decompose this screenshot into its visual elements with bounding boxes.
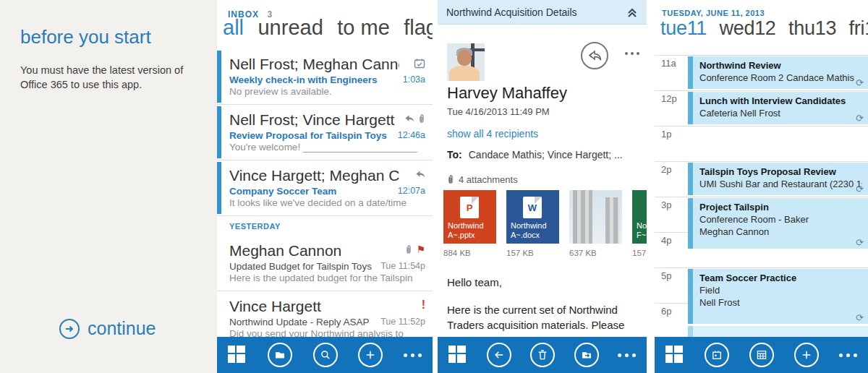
new-mail-button[interactable] [358,343,383,367]
respond-button[interactable] [581,42,608,69]
avatar-face [457,50,472,66]
tab-thu13[interactable]: thu13 [788,17,836,39]
sender-avatar[interactable] [447,43,485,81]
to-recipients: Candace Mathis; Vince Hargett; ... [469,149,623,160]
continue-button[interactable]: continue [59,318,156,339]
page-title: before you start [20,26,151,48]
show-recipients-link[interactable]: show all 4 recipients [447,128,538,140]
email-time: Tue 11:54p [380,261,425,271]
calendar-panel: TUESDAY, JUNE 11, 2013 tue11 wed12 thu13… [655,0,868,373]
event-location: Conference Room - Baker [699,213,862,226]
more-options-button[interactable] [839,349,857,361]
email-preview: You're welcome! _____________________ [229,142,433,153]
meeting-request-icon [414,58,425,69]
continue-label: continue [88,318,156,339]
hour-label: 6p [661,306,671,317]
search-button[interactable] [313,343,338,367]
event-organizer: Nell Frost [699,296,862,309]
start-tiles-icon[interactable] [228,346,247,364]
attachment-tile-xlsx[interactable]: X Northwind F~.xlsx [632,190,647,244]
hour-label: 12p [661,93,677,104]
tab-all[interactable]: all [223,16,244,39]
search-icon [319,348,332,361]
event-location: Conference Room 2 Candace Mathis [699,72,862,84]
app-bar [438,337,647,373]
calendar-event[interactable]: Northwind Review Conference Room 2 Canda… [688,56,868,89]
event-location: Field [699,284,862,296]
email-list-item[interactable]: Nell Frost; Meghan Cannon Weekly check-i… [217,49,433,105]
email-time: 12:07a [398,186,425,196]
tab-unread[interactable]: unread [258,16,323,39]
email-meta: 12:46a [398,113,425,140]
event-title: Northwind Review [699,59,862,72]
email-subject: Northwind Update - Reply ASAP [229,317,395,327]
email-list-item[interactable]: Nell Frost; Vince Hargett Review Proposa… [217,105,433,160]
word-file-icon: W [523,197,542,218]
photo-thumbnail [573,190,592,244]
email-preview: Here is the updated budget for the Tails… [229,273,433,283]
tab-wed12[interactable]: wed12 [720,17,776,39]
tab-flagged[interactable]: flagged [404,16,433,39]
calendar-event[interactable]: Project Tailspin Conference Room - Baker… [688,198,868,249]
email-subject: Review Proposal for Tailspin Toys [229,130,395,141]
email-sender: Vince Hargett [229,297,399,315]
pivot-tabs: all unread to me flagged [223,16,433,48]
tab-to-me[interactable]: to me [337,16,390,39]
calendar-event[interactable]: Tailspin Toys Proposal Review UMI Sushi … [688,163,868,195]
email-list-item[interactable]: Vince Hargett Northwind Update - Reply A… [217,291,433,337]
calendar-event[interactable]: Team Soccer Practice Field Nell Frost ⟳ [688,269,868,324]
email-list: Nell Frost; Meghan Cannon Weekly check-i… [217,49,433,337]
email-sender: Vince Hargett; Meghan Cannon [229,166,399,184]
more-options-button[interactable] [618,349,636,361]
email-meta: ! Tue 11:52p [380,299,425,327]
collapse-chevron-icon[interactable] [625,5,639,20]
email-time: 1:03a [403,74,425,85]
message-panel: Northwind Acquisition Details Harvey Mah… [438,0,647,373]
tab-tue11[interactable]: tue11 [660,17,707,39]
start-tiles-icon[interactable] [665,346,684,364]
hour-label: 5p [661,270,671,281]
unread-indicator [217,106,221,158]
reply-all-icon [587,50,602,62]
message-more-button[interactable] [625,52,639,55]
email-subject: Company Soccer Team [229,186,395,197]
calendar-event[interactable]: Lunch with Interview Candidates Cafeteri… [688,92,868,124]
hour-label: 2p [661,164,671,175]
attachment-tile-docx[interactable]: W Northwind A~.docx [506,190,559,244]
move-button[interactable] [574,343,599,367]
sent-date: Tue 4/16/2013 11:49 PM [447,106,550,117]
day-schedule-grid: 11a 12p 1p 2p 3p 4p 5p 6p Northwind Revi… [655,55,868,337]
reply-button[interactable] [487,343,511,367]
email-list-item[interactable]: Meghan Cannon Updated Budget for Tailspi… [217,236,433,291]
start-tiles-icon[interactable] [448,346,467,364]
unread-indicator [217,51,221,103]
email-list-item[interactable]: Vince Hargett; Meghan Cannon Company Soc… [217,160,433,216]
app-bar [655,337,868,373]
attachment-tile-photo[interactable] [569,190,622,244]
email-preview: It looks like we've decided on a date/ti… [229,197,433,208]
conversation-header[interactable]: Northwind Acquisition Details [438,0,647,25]
email-preview: Did you send your Northwind analysis to [229,328,433,337]
today-button[interactable] [705,343,729,367]
delete-button[interactable] [530,343,555,367]
attachment-name: Northwind F~.xlsx [637,221,647,240]
calendar-event-partial[interactable] [688,326,868,337]
sync-icon: ⟳ [856,113,864,124]
email-meta: ⚑ Tue 11:54p [380,244,425,271]
forward-arrow-icon [59,319,80,339]
unread-indicator [217,162,221,214]
event-location: Cafeteria Nell Frost [699,107,862,119]
more-options-button[interactable] [404,349,422,361]
attachment-size: 637 KB [569,249,597,257]
attachments-summary: 4 attachments [447,174,518,185]
email-time: Tue 11:52p [380,317,425,327]
folders-button[interactable] [268,343,292,367]
event-location: UMI Sushi Bar and Restaurant (2230 1st [699,178,862,190]
tab-fri14[interactable]: fri14 [849,17,868,39]
new-event-button[interactable] [794,343,819,367]
email-subject: Updated Budget for Tailspin Toys [229,261,395,272]
back-arrow-icon [493,348,506,361]
event-title: Tailspin Toys Proposal Review [699,166,862,178]
attachment-tile-pptx[interactable]: P Northwind A~.pptx [443,190,496,244]
month-view-button[interactable] [749,343,774,367]
